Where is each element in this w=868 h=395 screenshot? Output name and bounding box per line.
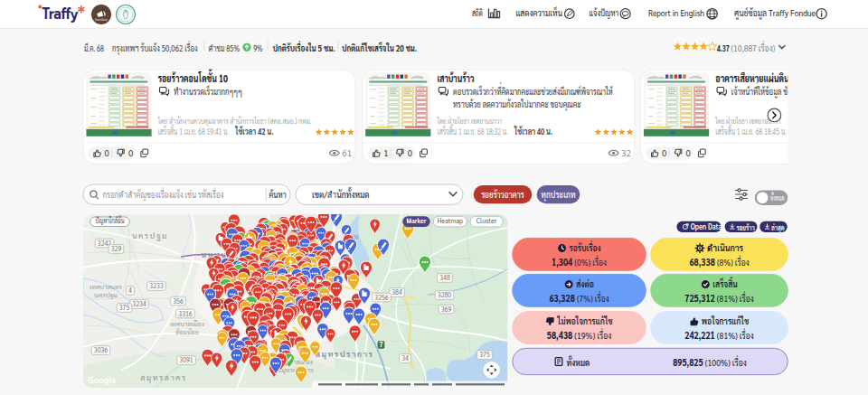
svg-text:สมุทรปราการ: สมุทรปราการ (316, 349, 374, 360)
svg-text:895,825 (100%) เรื่อง: 895,825 (100%) เรื่อง (673, 355, 747, 369)
svg-text:375: 375 (479, 351, 490, 359)
svg-text:3280: 3280 (438, 291, 452, 299)
svg-text:นครปฐม: นครปฐม (132, 230, 168, 241)
svg-text:61: 61 (342, 147, 352, 158)
svg-text:ตอบรวดเร็วกว่าที่คิดมากคะและช่: ตอบรวดเร็วกว่าที่คิดมากคะและช่วยส่งมีเกณ… (453, 81, 613, 98)
svg-text:เสร็จสิ้น 1 เม.ย. 68 19:41 น.: เสร็จสิ้น 1 เม.ย. 68 19:41 น. (158, 124, 230, 137)
svg-text:3316: 3316 (178, 310, 193, 318)
svg-text:4: 4 (128, 287, 132, 295)
svg-text:0: 0 (408, 147, 412, 158)
svg-text:7: 7 (380, 341, 383, 349)
svg-text:3091: 3091 (179, 356, 193, 364)
svg-text:ล่าสุด: ล่าสุด (771, 222, 785, 233)
svg-text:คำชม 85%: คำชม 85% (209, 42, 240, 53)
svg-text:ปัญหาใกล้ฉัน: ปัญหาใกล้ฉัน (96, 215, 125, 225)
svg-text:รอรับเรื่อง: รอรับเรื่อง (570, 240, 601, 253)
svg-text:รอยร้าวคอนโดชั้น 10: รอยร้าวคอนโดชั้น 10 (158, 69, 229, 85)
svg-text:0: 0 (686, 147, 691, 158)
svg-text:68,338 (8%) เรื่อง: 68,338 (8%) เรื่อง (689, 255, 749, 268)
svg-text:รอยร้าว: รอยร้าว (736, 222, 755, 232)
svg-text:ค้นหา: ค้นหา (269, 189, 287, 200)
svg-text:เสร็จสิ้น 1 เม.ย. 68 18:45 น.: เสร็จสิ้น 1 เม.ย. 68 18:45 น. (715, 124, 787, 137)
svg-text:3256: 3256 (374, 294, 389, 302)
svg-text:348: 348 (439, 274, 450, 282)
svg-text:สถิติ: สถิติ (472, 7, 483, 18)
svg-text:0: 0 (662, 147, 666, 158)
svg-text:มี.ค. 68: มี.ค. 68 (84, 42, 104, 53)
svg-text:ส่งต่อ: ส่งต่อ (576, 277, 594, 289)
svg-text:3036: 3036 (94, 346, 108, 354)
svg-text:725,312 (81%) เรื่อง: 725,312 (81%) เรื่อง (684, 291, 754, 305)
svg-text:329: 329 (111, 245, 122, 253)
svg-text:Heatmap: Heatmap (438, 215, 463, 225)
svg-text:อ้อมน้อย: อ้อมน้อย (175, 327, 199, 336)
svg-text:กรุงเทพฯ รับแจ้ง 50,062 เรื่อง: กรุงเทพฯ รับแจ้ง 50,062 เรื่อง (112, 41, 198, 55)
svg-text:ทำงานรวดเร็วมากกๆๆๆ: ทำงานรวดเร็วมากกๆๆๆ (174, 84, 242, 98)
svg-text:384: 384 (392, 288, 402, 296)
svg-text:(10,887 เรื่อง): (10,887 เรื่อง) (731, 41, 775, 53)
svg-text:3234: 3234 (132, 300, 146, 308)
svg-text:แสดงความเห็น: แสดงความเห็น (515, 6, 562, 18)
svg-text:0: 0 (104, 147, 108, 158)
svg-text:พอใจการแก้ไข: พอใจการแก้ไข (702, 315, 750, 326)
svg-text:Report in English: Report in English (648, 7, 704, 18)
svg-text:ทั้งหมด: ทั้งหมด (770, 192, 785, 202)
svg-text:นครปฐม: นครปฐม (94, 290, 117, 299)
svg-text:4.37: 4.37 (717, 42, 730, 53)
svg-text:Google: Google (88, 373, 117, 385)
svg-text:ปกติรับเรื่องใน 5 ชม.: ปกติรับเรื่องใน 5 ชม. (273, 41, 335, 53)
svg-text:เสร็จสิ้น 1 เม.ย. 68 18:32 น.: เสร็จสิ้น 1 เม.ย. 68 18:32 น. (438, 124, 509, 137)
svg-text:แจ้งปัญหา: แจ้งปัญหา (590, 7, 619, 19)
svg-text:fondue: fondue (95, 16, 108, 22)
svg-text:โดย ฝ่ายโยธา เขตยานนาวา: โดย ฝ่ายโยธา เขตยานนาวา (437, 115, 503, 126)
svg-text:356: 356 (173, 297, 184, 306)
svg-text:ใช้เวลา 40 น.: ใช้เวลา 40 น. (514, 126, 552, 136)
svg-text:Marker: Marker (407, 215, 427, 225)
svg-text:3233: 3233 (149, 282, 164, 290)
svg-text:รอยร้าวอาคาร: รอยร้าวอาคาร (481, 189, 524, 200)
svg-text:58,438 (19%) เรื่อง: 58,438 (19%) เรื่อง (547, 328, 611, 342)
svg-text:Traffy: Traffy (42, 1, 79, 26)
svg-text:เสาบ้านร้าว: เสาบ้านร้าว (438, 71, 475, 85)
svg-text:9%: 9% (253, 42, 262, 53)
svg-text:ศูนย์ข้อมูล Traffy Fondue: ศูนย์ข้อมูล Traffy Fondue (734, 6, 816, 20)
svg-text:โดย สำนักงานควบคุมอาคาร สำนักก: โดย สำนักงานควบคุมอาคาร สำนักการโยธา (สค… (157, 116, 312, 127)
svg-text:ปกติแก้ไขเสร็จใน 20 ชม.: ปกติแก้ไขเสร็จใน 20 ชม. (342, 42, 417, 53)
svg-text:ทราบด้วย ลดความกังวลไปมากคะ ขอ: ทราบด้วย ลดความกังวลไปมากคะ ขอบคุณคะ (453, 97, 581, 111)
svg-text:1: 1 (383, 147, 388, 158)
svg-text:0: 0 (128, 147, 133, 158)
svg-text:ทั้งหมด: ทั้งหมด (567, 355, 590, 368)
svg-text:เสร็จสิ้น: เสร็จสิ้น (712, 277, 738, 289)
svg-text:กรอกคำสำคัญของเรื่องแจ้ง เช่น: กรอกคำสำคัญของเรื่องแจ้ง เช่น รหัสเรื่อง (103, 187, 224, 201)
svg-text:1,304 (0%) เรื่อง: 1,304 (0%) เรื่อง (552, 255, 607, 268)
svg-text:ไม่พอใจการแก้ไข: ไม่พอใจการแก้ไข (557, 315, 613, 326)
svg-text:63,328 (7%) เรื่อง: 63,328 (7%) เรื่อง (549, 291, 609, 305)
svg-text:Open Data: Open Data (691, 221, 722, 231)
svg-text:ดำเนินการ: ดำเนินการ (707, 241, 743, 253)
svg-text:375: 375 (119, 304, 130, 312)
svg-text:242,221 (81%) เรื่อง: 242,221 (81%) เรื่อง (684, 328, 754, 342)
svg-text:32: 32 (621, 147, 631, 158)
svg-text:ใช้เวลา 42 น.: ใช้เวลา 42 น. (234, 126, 273, 136)
svg-text:Cluster: Cluster (476, 215, 497, 225)
svg-text:สมุทรสาคร: สมุทรสาคร (140, 372, 186, 383)
svg-text:เขต/สำนักทั้งหมด: เขต/สำนักทั้งหมด (312, 186, 370, 200)
svg-text:369: 369 (441, 306, 452, 314)
svg-text:34: 34 (401, 354, 409, 362)
svg-text:ทุกประเภท: ทุกประเภท (541, 189, 575, 202)
